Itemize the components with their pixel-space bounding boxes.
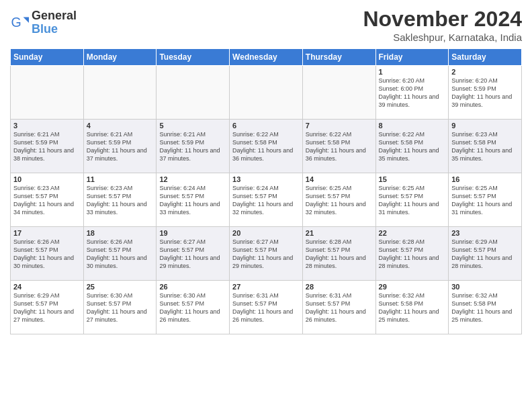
day-info: Sunrise: 6:32 AM Sunset: 5:58 PM Dayligh… <box>451 291 519 324</box>
table-row: 11Sunrise: 6:23 AM Sunset: 5:57 PM Dayli… <box>83 173 157 227</box>
table-row: 24Sunrise: 6:29 AM Sunset: 5:57 PM Dayli… <box>11 281 84 334</box>
day-number: 7 <box>306 122 373 130</box>
table-row: 13Sunrise: 6:24 AM Sunset: 5:57 PM Dayli… <box>230 173 303 227</box>
table-row: 7Sunrise: 6:22 AM Sunset: 5:58 PM Daylig… <box>302 120 375 173</box>
day-info: Sunrise: 6:30 AM Sunset: 5:57 PM Dayligh… <box>87 291 154 324</box>
location: Sakleshpur, Karnataka, India <box>363 32 522 43</box>
day-info: Sunrise: 6:27 AM Sunset: 5:57 PM Dayligh… <box>232 238 300 271</box>
table-row: 2Sunrise: 6:20 AM Sunset: 5:59 PM Daylig… <box>449 66 522 120</box>
day-number: 8 <box>379 122 446 130</box>
day-info: Sunrise: 6:21 AM Sunset: 5:59 PM Dayligh… <box>13 130 81 163</box>
table-row: 12Sunrise: 6:24 AM Sunset: 5:57 PM Dayli… <box>157 173 230 227</box>
col-saturday: Saturday <box>449 49 522 66</box>
calendar-week-row: 3Sunrise: 6:21 AM Sunset: 5:59 PM Daylig… <box>11 120 522 173</box>
day-number: 23 <box>451 229 519 237</box>
day-number: 9 <box>451 122 519 130</box>
day-info: Sunrise: 6:26 AM Sunset: 5:57 PM Dayligh… <box>13 238 81 271</box>
day-number: 16 <box>451 175 519 183</box>
table-row: 1Sunrise: 6:20 AM Sunset: 6:00 PM Daylig… <box>375 66 449 120</box>
day-info: Sunrise: 6:22 AM Sunset: 5:58 PM Dayligh… <box>232 130 300 163</box>
table-row <box>302 66 375 120</box>
day-number: 30 <box>451 283 519 291</box>
day-info: Sunrise: 6:32 AM Sunset: 5:58 PM Dayligh… <box>379 291 446 324</box>
table-row <box>83 66 157 120</box>
day-info: Sunrise: 6:22 AM Sunset: 5:58 PM Dayligh… <box>306 130 373 163</box>
table-row: 14Sunrise: 6:25 AM Sunset: 5:57 PM Dayli… <box>302 173 375 227</box>
day-info: Sunrise: 6:20 AM Sunset: 5:59 PM Dayligh… <box>451 77 519 109</box>
table-row: 18Sunrise: 6:26 AM Sunset: 5:57 PM Dayli… <box>83 227 157 281</box>
table-row <box>230 66 303 120</box>
day-number: 20 <box>232 229 300 237</box>
table-row: 16Sunrise: 6:25 AM Sunset: 5:57 PM Dayli… <box>449 173 522 227</box>
table-row: 28Sunrise: 6:31 AM Sunset: 5:57 PM Dayli… <box>302 281 375 334</box>
day-info: Sunrise: 6:23 AM Sunset: 5:58 PM Dayligh… <box>451 130 519 163</box>
day-info: Sunrise: 6:24 AM Sunset: 5:57 PM Dayligh… <box>159 184 226 217</box>
day-number: 12 <box>159 175 226 183</box>
day-info: Sunrise: 6:23 AM Sunset: 5:57 PM Dayligh… <box>13 184 81 217</box>
col-friday: Friday <box>375 49 449 66</box>
col-wednesday: Wednesday <box>230 49 303 66</box>
table-row: 10Sunrise: 6:23 AM Sunset: 5:57 PM Dayli… <box>11 173 84 227</box>
calendar-week-row: 24Sunrise: 6:29 AM Sunset: 5:57 PM Dayli… <box>11 281 522 334</box>
day-number: 15 <box>379 175 446 183</box>
table-row: 6Sunrise: 6:22 AM Sunset: 5:58 PM Daylig… <box>230 120 303 173</box>
logo-blue-text: Blue <box>32 22 58 36</box>
svg-marker-1 <box>24 17 29 22</box>
day-info: Sunrise: 6:25 AM Sunset: 5:57 PM Dayligh… <box>451 184 519 217</box>
table-row: 21Sunrise: 6:28 AM Sunset: 5:57 PM Dayli… <box>302 227 375 281</box>
day-info: Sunrise: 6:29 AM Sunset: 5:57 PM Dayligh… <box>13 291 81 324</box>
day-number: 3 <box>13 122 81 130</box>
table-row: 8Sunrise: 6:22 AM Sunset: 5:58 PM Daylig… <box>375 120 449 173</box>
header: G General Blue November 2024 Sakleshpur,… <box>10 7 522 43</box>
table-row <box>11 66 84 120</box>
day-info: Sunrise: 6:29 AM Sunset: 5:57 PM Dayligh… <box>451 238 519 271</box>
day-number: 4 <box>87 122 154 130</box>
day-number: 22 <box>379 229 446 237</box>
col-thursday: Thursday <box>302 49 375 66</box>
col-tuesday: Tuesday <box>157 49 230 66</box>
table-row: 3Sunrise: 6:21 AM Sunset: 5:59 PM Daylig… <box>11 120 84 173</box>
day-info: Sunrise: 6:28 AM Sunset: 5:57 PM Dayligh… <box>379 238 446 271</box>
day-info: Sunrise: 6:25 AM Sunset: 5:57 PM Dayligh… <box>306 184 373 217</box>
day-number: 18 <box>87 229 154 237</box>
day-info: Sunrise: 6:30 AM Sunset: 5:57 PM Dayligh… <box>159 291 226 324</box>
day-number: 13 <box>232 175 300 183</box>
day-info: Sunrise: 6:27 AM Sunset: 5:57 PM Dayligh… <box>159 238 226 271</box>
day-info: Sunrise: 6:21 AM Sunset: 5:59 PM Dayligh… <box>159 130 226 163</box>
day-number: 1 <box>379 68 446 76</box>
day-info: Sunrise: 6:31 AM Sunset: 5:57 PM Dayligh… <box>232 291 300 324</box>
table-row: 19Sunrise: 6:27 AM Sunset: 5:57 PM Dayli… <box>157 227 230 281</box>
day-number: 29 <box>379 283 446 291</box>
day-number: 25 <box>87 283 154 291</box>
day-number: 6 <box>232 122 300 130</box>
table-row: 30Sunrise: 6:32 AM Sunset: 5:58 PM Dayli… <box>449 281 522 334</box>
table-row: 26Sunrise: 6:30 AM Sunset: 5:57 PM Dayli… <box>157 281 230 334</box>
month-title: November 2024 <box>363 7 522 32</box>
table-row: 20Sunrise: 6:27 AM Sunset: 5:57 PM Dayli… <box>230 227 303 281</box>
calendar-week-row: 17Sunrise: 6:26 AM Sunset: 5:57 PM Dayli… <box>11 227 522 281</box>
day-number: 2 <box>451 68 519 76</box>
table-row: 5Sunrise: 6:21 AM Sunset: 5:59 PM Daylig… <box>157 120 230 173</box>
calendar-week-row: 1Sunrise: 6:20 AM Sunset: 6:00 PM Daylig… <box>11 66 522 120</box>
logo-icon: G <box>10 13 29 32</box>
table-row <box>157 66 230 120</box>
day-info: Sunrise: 6:25 AM Sunset: 5:57 PM Dayligh… <box>379 184 446 217</box>
day-info: Sunrise: 6:22 AM Sunset: 5:58 PM Dayligh… <box>379 130 446 163</box>
table-row: 29Sunrise: 6:32 AM Sunset: 5:58 PM Dayli… <box>375 281 449 334</box>
table-row: 25Sunrise: 6:30 AM Sunset: 5:57 PM Dayli… <box>83 281 157 334</box>
col-monday: Monday <box>83 49 157 66</box>
day-number: 24 <box>13 283 81 291</box>
table-row: 23Sunrise: 6:29 AM Sunset: 5:57 PM Dayli… <box>449 227 522 281</box>
table-row: 15Sunrise: 6:25 AM Sunset: 5:57 PM Dayli… <box>375 173 449 227</box>
day-number: 5 <box>159 122 226 130</box>
table-row: 17Sunrise: 6:26 AM Sunset: 5:57 PM Dayli… <box>11 227 84 281</box>
calendar-week-row: 10Sunrise: 6:23 AM Sunset: 5:57 PM Dayli… <box>11 173 522 227</box>
day-info: Sunrise: 6:28 AM Sunset: 5:57 PM Dayligh… <box>306 238 373 271</box>
table-row: 27Sunrise: 6:31 AM Sunset: 5:57 PM Dayli… <box>230 281 303 334</box>
day-info: Sunrise: 6:21 AM Sunset: 5:59 PM Dayligh… <box>87 130 154 163</box>
day-number: 28 <box>306 283 373 291</box>
calendar-table: Sunday Monday Tuesday Wednesday Thursday… <box>10 48 522 334</box>
day-number: 14 <box>306 175 373 183</box>
table-row: 9Sunrise: 6:23 AM Sunset: 5:58 PM Daylig… <box>449 120 522 173</box>
svg-text:G: G <box>11 14 21 29</box>
